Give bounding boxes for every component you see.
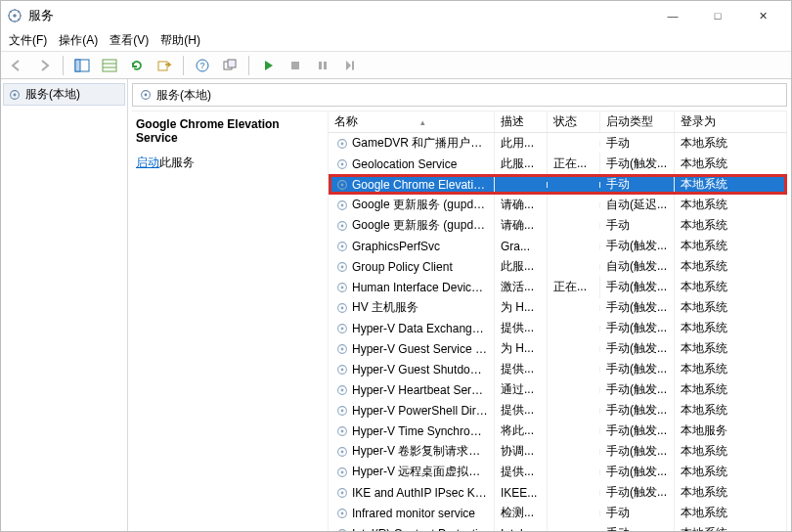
svg-point-61 — [341, 470, 344, 473]
address-bar[interactable]: 服务(本地) — [132, 83, 787, 107]
menu-view[interactable]: 查看(V) — [110, 32, 149, 49]
menu-action[interactable]: 操作(A) — [59, 32, 98, 49]
cell-logon: 本地系统 — [675, 153, 787, 175]
cell-start: 手动 — [600, 502, 675, 524]
service-row[interactable]: Hyper-V Time Synchroniz...将此...手动(触发...本… — [329, 421, 787, 441]
properties-button[interactable] — [98, 55, 121, 76]
service-row[interactable]: GraphicsPerfSvcGra...手动(触发...本地系统 — [329, 236, 787, 256]
address-label: 服务(本地) — [156, 87, 211, 104]
start-service-button[interactable] — [256, 55, 280, 76]
help-button[interactable]: ? — [191, 55, 214, 76]
service-name: Hyper-V Data Exchange ... — [352, 322, 488, 335]
gear-icon — [334, 198, 350, 213]
cell-logon: 本地系统 — [675, 317, 787, 339]
svg-point-43 — [341, 286, 344, 288]
col-header-logon[interactable]: 登录为 — [675, 111, 787, 132]
list-rows[interactable]: GameDVR 和广播用户服务...此用...手动本地系统Geolocation… — [329, 133, 787, 531]
close-button[interactable]: ✕ — [740, 1, 785, 30]
service-name: GameDVR 和广播用户服务... — [352, 135, 488, 152]
service-row[interactable]: IKE and AuthIP IPsec Key...IKEE...手动(触发.… — [329, 482, 787, 503]
service-name: Hyper-V 远程桌面虚拟化... — [352, 464, 488, 480]
service-row[interactable]: Group Policy Client此服...自动(触发...本地系统 — [329, 256, 787, 277]
main-split: Google Chrome Elevation Service 启动此服务 名称… — [132, 111, 787, 531]
cell-logon: 本地系统 — [675, 194, 787, 216]
service-name: Intel(R) Content Protecti... — [352, 527, 488, 532]
service-row[interactable]: Intel(R) Content Protecti...Intel...手动本地… — [329, 523, 787, 531]
cell-start: 手动(触发... — [600, 481, 675, 504]
service-row[interactable]: Google 更新服务 (gupdat...请确...手动本地系统 — [329, 215, 787, 236]
col-header-start[interactable]: 启动类型 — [600, 111, 675, 132]
service-row[interactable]: Hyper-V Guest Service In...为 H...手动(触发..… — [329, 338, 787, 359]
menu-help[interactable]: 帮助(H) — [160, 32, 200, 49]
cell-start: 手动(触发... — [600, 461, 675, 483]
svg-point-33 — [341, 183, 344, 186]
nav-item-services-local[interactable]: 服务(本地) — [3, 83, 125, 106]
service-name: GraphicsPerfSvc — [352, 240, 440, 253]
nav-pane: 服务(本地) — [1, 79, 128, 531]
svg-point-63 — [341, 491, 344, 494]
cell-start: 手动 — [600, 522, 675, 531]
service-row[interactable]: Geolocation Service此服...正在...手动(触发...本地系… — [329, 154, 787, 174]
service-row[interactable]: Hyper-V 卷影复制请求程序协调...手动(触发...本地系统 — [329, 441, 787, 462]
props2-button[interactable] — [218, 55, 242, 76]
cell-name: GameDVR 和广播用户服务... — [329, 133, 495, 155]
show-hide-tree-button[interactable] — [70, 55, 94, 76]
back-button[interactable] — [5, 55, 28, 76]
service-row[interactable]: Hyper-V 远程桌面虚拟化...提供...手动(触发...本地系统 — [329, 462, 787, 482]
menu-file[interactable]: 文件(F) — [9, 32, 47, 49]
stop-service-button[interactable] — [284, 55, 307, 76]
maximize-button[interactable]: □ — [695, 1, 740, 30]
gear-icon — [334, 465, 350, 480]
cell-logon: 本地系统 — [675, 522, 787, 531]
gear-icon — [334, 403, 350, 419]
cell-desc: Intel... — [495, 524, 548, 532]
service-name: Hyper-V Guest Service In... — [352, 342, 488, 356]
main-pane: 服务(本地) Google Chrome Elevation Service 启… — [128, 79, 791, 531]
gear-icon — [334, 156, 350, 172]
service-row[interactable]: HV 主机服务为 H...手动(触发...本地系统 — [329, 297, 787, 318]
start-service-link[interactable]: 启动 — [136, 155, 159, 169]
cell-logon: 本地系统 — [675, 337, 787, 360]
menubar: 文件(F) 操作(A) 查看(V) 帮助(H) — [1, 30, 791, 52]
cell-name: Hyper-V PowerShell Dire... — [329, 400, 495, 421]
gear-icon — [334, 341, 350, 357]
cell-status — [548, 449, 600, 455]
service-row[interactable]: Hyper-V Guest Shutdown...提供...手动(触发...本地… — [329, 359, 787, 379]
svg-rect-19 — [228, 60, 236, 67]
cell-name: Google 更新服务 (gupdat... — [329, 214, 495, 237]
restart-service-button[interactable] — [338, 55, 362, 76]
svg-rect-21 — [319, 62, 322, 69]
svg-point-37 — [341, 224, 344, 227]
minimize-button[interactable]: — — [650, 1, 695, 30]
service-name: Google 更新服务 (gupdat... — [352, 217, 488, 234]
cell-status — [548, 244, 600, 249]
cell-status — [548, 182, 600, 188]
forward-button[interactable] — [32, 55, 56, 76]
cell-desc: 协调... — [495, 440, 548, 463]
service-name: Group Policy Client — [352, 260, 453, 274]
service-row[interactable]: Human Interface Device ...激活...正在...手动(触… — [329, 277, 787, 297]
cell-start: 手动(触发... — [600, 153, 675, 175]
refresh-button[interactable] — [125, 55, 149, 76]
col-header-desc[interactable]: 描述 — [495, 111, 548, 132]
col-header-status[interactable]: 状态 — [548, 111, 600, 132]
service-row[interactable]: Hyper-V Heartbeat Service通过...手动(触发...本地… — [329, 379, 787, 400]
cell-start: 手动(触发... — [600, 378, 675, 401]
svg-rect-23 — [352, 61, 354, 69]
service-row[interactable]: Google 更新服务 (gupdate)请确...自动(延迟...本地系统 — [329, 195, 787, 215]
cell-desc: 提供... — [495, 317, 548, 339]
service-name: Hyper-V Time Synchroniz... — [352, 424, 488, 438]
pause-service-button[interactable] — [311, 55, 334, 76]
list-header: 名称▴ 描述 状态 启动类型 登录为 — [329, 111, 787, 133]
service-row[interactable]: GameDVR 和广播用户服务...此用...手动本地系统 — [329, 133, 787, 154]
col-header-name[interactable]: 名称▴ — [329, 111, 495, 132]
service-row[interactable]: Hyper-V Data Exchange ...提供...手动(触发...本地… — [329, 318, 787, 338]
service-row[interactable]: Google Chrome Elevation Service手动本地系统 — [329, 174, 787, 195]
service-row[interactable]: Infrared monitor service检测...手动本地系统 — [329, 503, 787, 523]
cell-desc: 此服... — [495, 255, 548, 278]
service-row[interactable]: Hyper-V PowerShell Dire...提供...手动(触发...本… — [329, 400, 787, 421]
svg-point-59 — [341, 450, 344, 453]
export-button[interactable] — [153, 55, 176, 76]
cell-logon: 本地系统 — [675, 235, 787, 257]
cell-desc: 为 H... — [495, 296, 548, 319]
